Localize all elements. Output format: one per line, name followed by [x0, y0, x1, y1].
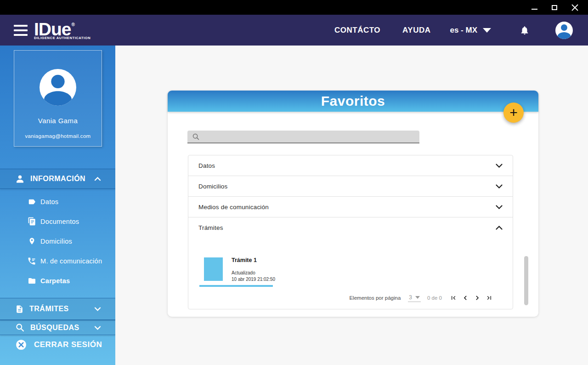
chevron-down-icon	[496, 164, 503, 168]
card-scrollbar-thumb[interactable]	[524, 256, 528, 305]
favorites-accordion: Datos Domicilios Medios de comunicación …	[188, 155, 513, 309]
chevron-up-icon	[94, 177, 101, 181]
profile-avatar	[40, 69, 76, 106]
sidebar-item-label: Datos	[40, 198, 58, 205]
location-pin-icon	[27, 236, 37, 246]
chevron-down-icon	[94, 325, 101, 330]
person-icon	[15, 174, 25, 184]
accordion-row-medios[interactable]: Medios de comunicación	[188, 197, 513, 217]
sidebar-section-label: BÚSQUEDAS	[30, 324, 79, 332]
page-size-select[interactable]: 3	[408, 294, 421, 302]
chevron-down-icon	[94, 307, 101, 311]
label-icon	[27, 198, 37, 206]
sidebar-item-label: Documentos	[40, 218, 79, 225]
app-logo: IDue® DILIGENCE AUTHENTICATION	[34, 20, 90, 40]
sidebar-item-datos[interactable]: Datos	[0, 192, 115, 211]
sidebar-item-label: Carpetas	[40, 277, 70, 285]
minimize-icon[interactable]	[528, 1, 540, 13]
add-favorite-button[interactable]: +	[503, 103, 524, 123]
sidebar-section-label: TRÁMITES	[29, 305, 69, 313]
folder-icon	[27, 277, 37, 285]
accordion-row-datos[interactable]: Datos	[188, 155, 513, 176]
sidebar-item-label: M. de comunicación	[40, 257, 102, 265]
tramite-timestamp: 10 abr 2019 21:02:50	[232, 277, 275, 282]
search-bar	[187, 131, 419, 143]
chevron-down-icon	[496, 184, 503, 188]
tramite-status: Actualizado	[232, 270, 255, 275]
chevron-down-icon	[483, 28, 491, 33]
accordion-row-domicilios[interactable]: Domicilios	[188, 176, 513, 197]
tramite-thumbnail[interactable]	[204, 257, 223, 281]
accordion-label: Domicilios	[198, 183, 228, 190]
window-titlebar	[0, 0, 588, 15]
sidebar-item-documentos[interactable]: Documentos	[0, 211, 115, 231]
phone-icon	[27, 257, 37, 266]
language-selector[interactable]: es - MX	[450, 26, 491, 35]
page-size-value: 3	[409, 294, 412, 301]
sidebar-item-domicilios[interactable]: Domicilios	[0, 231, 115, 251]
chevron-down-icon	[415, 296, 420, 299]
prev-page-icon[interactable]	[460, 293, 470, 303]
nav-help[interactable]: AYUDA	[402, 26, 430, 35]
sidebar-section-tramites[interactable]: TRÁMITES	[0, 298, 115, 320]
registered-mark: ®	[72, 22, 75, 27]
sidebar-section-informacion[interactable]: INFORMACIÓN	[0, 169, 115, 189]
items-per-page-label: Elementos por página	[349, 295, 401, 301]
accordion-row-tramites[interactable]: Trámites	[188, 217, 513, 238]
header-nav: CONTÁCTO AYUDA es - MX	[334, 22, 588, 39]
sidebar-item-label: Domicilios	[40, 238, 72, 245]
tramite-underline	[199, 285, 273, 287]
logout-label: CERRAR SESIÓN	[34, 340, 102, 349]
sidebar-section-label: INFORMACIÓN	[30, 175, 85, 183]
next-page-icon[interactable]	[472, 293, 482, 303]
informacion-submenu: Datos Documentos Domicilios M. de comuni…	[0, 189, 115, 294]
profile-card: Vania Gama vaniagamag@hotmail.com	[14, 50, 102, 147]
last-page-icon[interactable]	[484, 293, 494, 303]
sidebar-section-busquedas[interactable]: BÚSQUEDAS	[0, 320, 115, 335]
language-value: es - MX	[450, 26, 477, 35]
chevron-down-icon	[496, 205, 503, 209]
chevron-up-icon	[496, 226, 503, 230]
sidebar: Vania Gama vaniagamag@hotmail.com INFORM…	[0, 46, 115, 365]
first-page-icon[interactable]	[448, 293, 458, 303]
search-input[interactable]	[200, 131, 419, 143]
document-icon	[15, 304, 24, 314]
cancel-circle-icon	[15, 339, 27, 351]
accordion-label: Trámites	[198, 224, 223, 231]
nav-contact[interactable]: CONTÁCTO	[334, 26, 380, 35]
hamburger-icon[interactable]	[14, 25, 28, 36]
favorites-header: Favoritos	[168, 91, 538, 112]
sidebar-item-comunicacion[interactable]: M. de comunicación	[0, 251, 115, 271]
paginator: Elementos por página 3 0 de 0	[349, 291, 494, 304]
search-icon	[15, 323, 25, 332]
accordion-label: Datos	[198, 162, 215, 169]
page-title: Favoritos	[321, 93, 385, 109]
sidebar-item-carpetas[interactable]: Carpetas	[0, 271, 115, 291]
sidebar-menu: INFORMACIÓN Datos Documentos	[0, 169, 115, 354]
maximize-icon[interactable]	[548, 1, 560, 13]
favorites-card: Favoritos + Datos Domicilios Medios de c…	[168, 91, 538, 317]
documents-icon	[27, 217, 37, 226]
close-icon[interactable]	[569, 1, 581, 13]
user-avatar[interactable]	[555, 22, 573, 39]
bell-icon[interactable]	[520, 25, 530, 36]
profile-email: vaniagamag@hotmail.com	[25, 133, 91, 139]
app-header: IDue® DILIGENCE AUTHENTICATION CONTÁCTO …	[0, 15, 588, 46]
search-icon	[192, 133, 200, 141]
logout-button[interactable]: CERRAR SESIÓN	[0, 335, 115, 354]
profile-name: Vania Gama	[38, 117, 78, 125]
page-range: 0 de 0	[427, 295, 442, 301]
accordion-label: Medios de comunicación	[198, 204, 269, 211]
logo-text: IDue	[34, 19, 71, 39]
tramite-title[interactable]: Trámite 1	[232, 257, 257, 263]
